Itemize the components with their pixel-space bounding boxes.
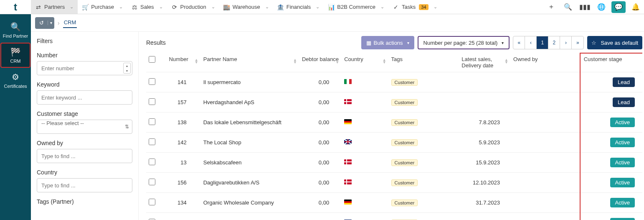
- sidebar-item-certificates[interactable]: ⚙Certificates: [1, 69, 30, 92]
- stage-badge[interactable]: Active: [610, 158, 635, 167]
- chevron-down-icon: ⌄: [211, 4, 215, 10]
- cell-partner-name[interactable]: The Local Shop: [201, 133, 299, 153]
- history-back-icon[interactable]: ↺: [35, 20, 48, 26]
- stage-badge[interactable]: Active: [610, 218, 635, 220]
- nav-purchase[interactable]: 🛒Purchase⌄: [78, 0, 127, 14]
- barcode-icon[interactable]: ▮▮▮: [576, 0, 593, 14]
- cell-partner-name[interactable]: Selskabscafeen: [201, 153, 299, 173]
- cell-stage: Active: [581, 133, 642, 153]
- row-checkbox[interactable]: [149, 78, 155, 85]
- bell-icon[interactable]: 🔔: [627, 0, 644, 14]
- stage-badge[interactable]: Active: [610, 118, 635, 127]
- bulk-actions-button[interactable]: ▦ Bulk actions ▾: [361, 36, 414, 49]
- filters-panel: Filters Number ▲▼ Keyword Customer stage: [31, 32, 139, 220]
- row-checkbox[interactable]: [149, 179, 155, 185]
- sidebar-item-find-partner[interactable]: 🔍Find Partner: [1, 18, 30, 42]
- nav-partners[interactable]: ⇄Partners⌄: [31, 0, 78, 14]
- cell-owned: [511, 92, 581, 113]
- add-icon[interactable]: ＋: [543, 0, 560, 14]
- cell-partner-name[interactable]: Dagligvarebutikken A/S: [201, 173, 299, 193]
- page-›[interactable]: ›: [560, 36, 572, 49]
- col-country[interactable]: Country: [344, 56, 363, 62]
- warehouse-icon: 🏬: [223, 4, 230, 10]
- cell-partner-name[interactable]: Das lokale Lebensmittelgeschäft: [201, 113, 299, 133]
- stage-badge[interactable]: Active: [610, 178, 635, 187]
- nav-tasks[interactable]: ✓Tasks34⌄: [388, 0, 441, 14]
- history-button[interactable]: ↺ ▾: [35, 17, 54, 29]
- flag-icon: [344, 139, 352, 144]
- filter-stage-select[interactable]: -- Please select --: [37, 120, 132, 134]
- find partner-icon: 🔍: [10, 22, 21, 32]
- cell-number: 138: [162, 113, 201, 133]
- filter-owned-input[interactable]: [37, 149, 132, 163]
- select-all-checkbox[interactable]: [149, 56, 155, 63]
- cell-stage: Active: [581, 113, 642, 133]
- cell-partner-name[interactable]: Il supermercato: [201, 72, 299, 92]
- cell-balance: 0,00: [299, 92, 342, 113]
- sidebar-item-crm[interactable]: 🏁CRM: [1, 43, 30, 67]
- nav-b2b-commerce[interactable]: 📊B2B Commerce⌄: [324, 0, 388, 14]
- stage-badge[interactable]: Active: [610, 198, 635, 207]
- cell-number: 156: [162, 173, 201, 193]
- cell-partner-name[interactable]: Organic Wholesale Company: [201, 193, 299, 213]
- filter-keyword-input[interactable]: [37, 90, 132, 105]
- table-row[interactable]: 157 Hverdagshandel ApS 0,00 Customer Lea…: [146, 92, 642, 113]
- number-stepper[interactable]: ▲▼: [123, 63, 131, 74]
- row-checkbox[interactable]: [149, 159, 155, 165]
- search-icon[interactable]: 🔍: [560, 0, 576, 14]
- cell-date: 5.9.2023: [459, 133, 511, 153]
- cell-partner-name[interactable]: Andy's Kitchen: [201, 213, 299, 220]
- row-checkbox[interactable]: [149, 118, 155, 125]
- cell-country: [342, 92, 388, 113]
- filter-tags-label: Tags (Partner): [37, 198, 132, 205]
- page-2[interactable]: 2: [548, 36, 560, 49]
- page-«[interactable]: «: [513, 36, 525, 49]
- page-‹[interactable]: ‹: [525, 36, 537, 49]
- production-icon: ⟳: [171, 4, 178, 10]
- nav-financials[interactable]: 🏦Financials⌄: [273, 0, 324, 14]
- table-row[interactable]: 142 The Local Shop 0,00 Customer 5.9.202…: [146, 133, 642, 153]
- purchase-icon: 🛒: [82, 4, 89, 10]
- col-debtor[interactable]: Debtor balance: [302, 56, 339, 62]
- row-checkbox[interactable]: [149, 98, 155, 105]
- filter-country-input[interactable]: [37, 178, 132, 192]
- cell-stage: Active: [581, 173, 642, 193]
- col-partner[interactable]: Partner Name: [203, 56, 237, 62]
- per-page-button[interactable]: Number per page: 25 (28 total) ▾: [418, 36, 510, 49]
- cell-country: [342, 173, 388, 193]
- stage-badge[interactable]: Active: [610, 138, 635, 147]
- table-row[interactable]: 138 Das lokale Lebensmittelgeschäft 0,00…: [146, 113, 642, 133]
- stage-badge[interactable]: Lead: [613, 97, 635, 107]
- nav-sales[interactable]: ⚖Sales⌄: [127, 0, 167, 14]
- row-checkbox[interactable]: [149, 199, 155, 205]
- page-»[interactable]: »: [572, 36, 583, 49]
- globe-icon[interactable]: 🌐: [593, 0, 610, 14]
- nav-warehouse[interactable]: 🏬Warehouse⌄: [219, 0, 273, 14]
- stage-badge[interactable]: Lead: [613, 77, 635, 87]
- table-row[interactable]: 141 Il supermercato 0,00 Customer Lead: [146, 72, 642, 92]
- nav-production[interactable]: ⟳Production⌄: [167, 0, 219, 14]
- filter-keyword-label: Keyword: [37, 81, 132, 88]
- save-default-button[interactable]: ☆ Save as default: [587, 36, 642, 49]
- table-row[interactable]: 13 Selskabscafeen 0,00 Customer 15.9.202…: [146, 153, 642, 173]
- cell-partner-name[interactable]: Hverdagshandel ApS: [201, 92, 299, 113]
- help-icon[interactable]: 💬: [611, 1, 626, 13]
- table-row[interactable]: 156 Dagligvarebutikken A/S 0,00 Customer…: [146, 173, 642, 193]
- cell-date: 31.7.2023: [459, 193, 511, 213]
- cell-number: 34: [162, 213, 201, 220]
- table-row[interactable]: 34 Andy's Kitchen 0,00 Customer 30.8.202…: [146, 213, 642, 220]
- b2b commerce-icon: 📊: [328, 4, 335, 10]
- chevron-down-icon[interactable]: ▾: [48, 20, 54, 25]
- breadcrumb-crm[interactable]: CRM: [63, 18, 77, 28]
- table-row[interactable]: 134 Organic Wholesale Company 0,00 Custo…: [146, 193, 642, 213]
- chevron-down-icon: ⌄: [380, 4, 384, 10]
- col-number[interactable]: Number: [169, 56, 188, 62]
- cell-balance: 0,00: [299, 213, 342, 220]
- flag-icon: [344, 99, 352, 104]
- page-1[interactable]: 1: [537, 36, 548, 49]
- col-latest[interactable]: Latest sales, Delivery date: [461, 56, 493, 69]
- cell-date: [459, 92, 511, 113]
- filter-number-input[interactable]: [37, 61, 132, 75]
- chevron-down-icon: ⌄: [265, 4, 269, 10]
- row-checkbox[interactable]: [149, 138, 155, 145]
